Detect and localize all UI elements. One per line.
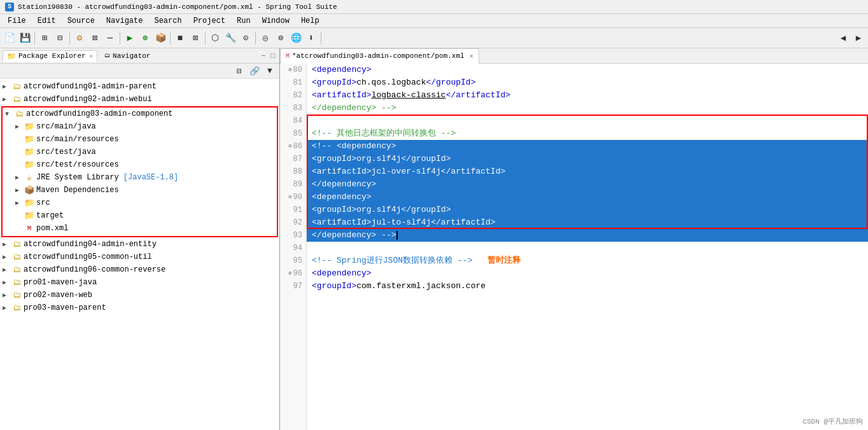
toolbar-nav-back[interactable]: ◀ [836, 31, 850, 45]
menu-search[interactable]: Search [149, 15, 186, 27]
tree-item[interactable]: ▶☕JRE System Library [JavaSE-1.8] [3, 171, 277, 184]
tree-item[interactable]: 📁src/main/resources [3, 133, 277, 146]
new-file-btn[interactable]: 📄 [3, 31, 17, 45]
gutter-line: 82 [280, 89, 306, 102]
menu-bar: File Edit Source Navigate Search Project… [0, 14, 868, 28]
tree-item[interactable]: ▶📁src/main/java [3, 120, 277, 133]
tab-package-explorer[interactable]: 📁 Package Explorer ✕ [3, 50, 97, 62]
tab-navigator[interactable]: 🗂 Navigator [100, 50, 155, 62]
tree-item[interactable]: ▶🗂pro02-maven-web [0, 289, 279, 302]
menu-run[interactable]: Run [232, 15, 256, 27]
toolbar-sep-1 [34, 32, 35, 45]
code-line: <artifactId>logback-classic</artifactId> [307, 89, 868, 102]
code-line: <groupId>ch.qos.logback</groupId> [307, 76, 868, 89]
tree-item[interactable]: ▶🗂atcrowdfunding06-common-reverse [0, 263, 279, 276]
toolbar-btn-10[interactable]: ⊙ [239, 31, 253, 45]
print-btn[interactable]: ⊞ [38, 31, 52, 45]
code-line: </dependency> --> [307, 229, 868, 242]
tree-arrow-icon: ▶ [15, 199, 24, 207]
toolbar-btn-6[interactable]: ■ [173, 31, 187, 45]
gutter-line: ⊖86 [280, 140, 306, 153]
main-area: 📁 Package Explorer ✕ 🗂 Navigator − □ ⊟ 🔗… [0, 48, 868, 430]
tree-item[interactable]: ▶🗂atcrowdfunding05-common-util [0, 251, 279, 263]
toolbar-btn-14[interactable]: ⬇ [304, 31, 318, 45]
tree-item[interactable]: ▶🗂pro03-maven-parent [0, 302, 279, 314]
fold-icon[interactable]: ⊖ [288, 191, 291, 204]
panel-controls: − □ [260, 52, 277, 60]
tree-item[interactable]: Mpom.xml [3, 222, 277, 235]
window-title: Station190830 - atcrowdfunding03-admin-c… [18, 3, 337, 11]
fold-icon[interactable]: ⊖ [288, 140, 291, 153]
menu-help[interactable]: Help [296, 15, 325, 27]
tree-arrow-icon: ▶ [3, 304, 11, 312]
tree-item[interactable]: 📁src/test/resources [3, 158, 277, 171]
editor-tab-pom[interactable]: M *atcrowdfunding03-admin-component/pom.… [280, 48, 479, 64]
toolbar-btn-9[interactable]: 🔧 [223, 31, 237, 45]
tree-item[interactable]: ▶📦Maven Dependencies [3, 184, 277, 197]
toolbar-btn-2[interactable]: ⊟ [53, 31, 67, 45]
tree-item[interactable]: 📁target [3, 209, 277, 222]
tree-item[interactable]: ▶🗂atcrowdfunding02-admin-webui [0, 93, 279, 106]
tree-item[interactable]: ▼🗂atcrowdfunding03-admin-component [3, 108, 277, 120]
tree-item[interactable]: ▶🗂atcrowdfunding04-admin-entity [0, 238, 279, 251]
fold-icon[interactable]: ⊖ [288, 267, 291, 280]
tree-item-label: atcrowdfunding06-common-reverse [24, 265, 165, 274]
editor-area[interactable]: ⊖808182838485⊖86878889⊖909192939495⊖9697… [280, 64, 868, 430]
close-tab-icon[interactable]: ✕ [470, 52, 473, 60]
menu-edit[interactable]: Edit [32, 15, 61, 27]
toolbar-btn-4[interactable]: ⋯ [103, 31, 117, 45]
run-btn[interactable]: ▶ [123, 31, 137, 45]
tree-arrow-icon: ▶ [3, 253, 11, 261]
toolbar-btn-11[interactable]: ◎ [258, 31, 272, 45]
jre-icon: ☕ [24, 172, 34, 183]
menu-navigate[interactable]: Navigate [101, 15, 148, 27]
toolbar-sep-4 [170, 32, 171, 45]
gutter-line: 85 [280, 127, 306, 140]
minimize-btn[interactable]: − [260, 52, 268, 60]
tree-item[interactable]: ▶🗂atcrowdfunding01-admin-parent [0, 80, 279, 93]
project-icon: 🗂 [11, 239, 22, 249]
toolbar-btn-12[interactable]: ⊜ [274, 31, 288, 45]
toolbar-nav-fwd[interactable]: ▶ [851, 31, 865, 45]
project-icon: 🗂 [11, 94, 22, 104]
menu-window[interactable]: Window [257, 15, 295, 27]
tree-arrow-icon: ▶ [15, 186, 24, 194]
tree-item[interactable]: ▶📁src [3, 197, 277, 209]
tree-item[interactable]: ▶🗂pro01-maven-java [0, 276, 279, 289]
tree-item-label: atcrowdfunding05-common-util [24, 253, 152, 261]
link-editor-btn[interactable]: 🔗 [248, 64, 262, 78]
gutter-line: ⊖80 [280, 64, 306, 76]
tree-item[interactable]: 📁src/test/java [3, 146, 277, 158]
fold-icon[interactable]: ⊖ [288, 64, 291, 76]
menu-file[interactable]: File [3, 15, 31, 27]
toolbar-btn-13[interactable]: 🌐 [289, 31, 303, 45]
toolbar-btn-3[interactable]: ⊠ [88, 31, 102, 45]
tree-item-label: atcrowdfunding01-admin-parent [24, 82, 157, 91]
tree-item-label: src/main/resources [36, 135, 119, 144]
code-line [307, 242, 868, 254]
watermark: CSDN @平凡加班狗 [800, 415, 865, 427]
stop-btn[interactable]: ⊕ [138, 31, 152, 45]
editor-content[interactable]: <dependency> <groupId>ch.qos.logback</gr… [307, 64, 868, 430]
menu-project[interactable]: Project [188, 15, 230, 27]
debug-btn[interactable]: ⚙ [73, 31, 87, 45]
project-icon: 🗂 [11, 252, 22, 262]
save-btn[interactable]: 💾 [18, 31, 32, 45]
toolbar-btn-5[interactable]: 📦 [153, 31, 167, 45]
maximize-btn[interactable]: □ [269, 52, 277, 60]
toolbar-btn-7[interactable]: ⊠ [188, 31, 202, 45]
toolbar-btn-8[interactable]: ⬡ [208, 31, 222, 45]
editor-tabs: M *atcrowdfunding03-admin-component/pom.… [280, 48, 868, 64]
tree-item-label: pom.xml [36, 224, 68, 233]
code-line: <groupId>org.slf4j</groupId> [307, 204, 868, 216]
menu-source[interactable]: Source [62, 15, 100, 27]
folder-icon: 📁 [24, 211, 34, 221]
tree-container[interactable]: ▶🗂atcrowdfunding01-admin-parent▶🗂atcrowd… [0, 79, 279, 430]
gutter-line: 91 [280, 204, 306, 216]
tree-arrow-icon: ▶ [3, 266, 11, 274]
panel-header: 📁 Package Explorer ✕ 🗂 Navigator − □ [0, 48, 279, 64]
gutter-line: 84 [280, 114, 306, 127]
collapse-all-btn[interactable]: ⊟ [232, 64, 246, 78]
gutter-line: 89 [280, 178, 306, 191]
panel-menu-btn[interactable]: ▼ [263, 64, 277, 78]
